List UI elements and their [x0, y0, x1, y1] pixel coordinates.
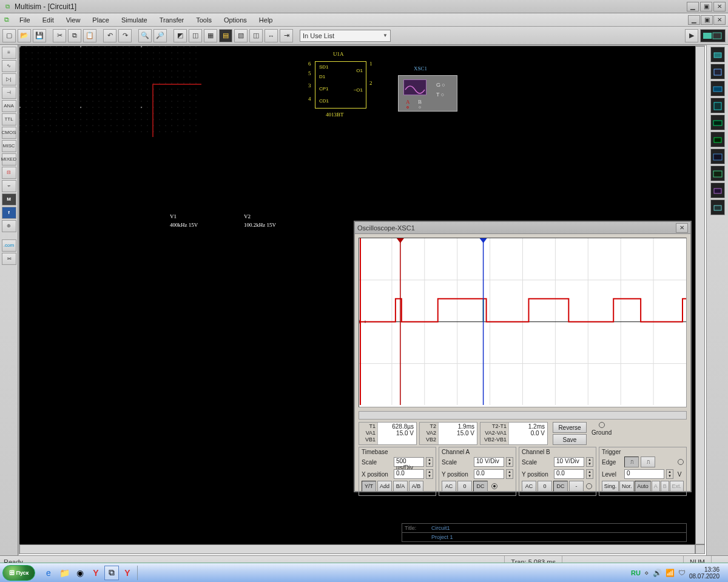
child-restore-button[interactable]: ▣: [701, 15, 713, 25]
lt-net[interactable]: ⊕: [2, 220, 16, 232]
close-button[interactable]: ✕: [713, 2, 726, 12]
tb-scale[interactable]: 500 µs/Div: [394, 457, 424, 467]
rt-10[interactable]: [710, 199, 725, 215]
save-button-osc[interactable]: Save: [553, 434, 587, 445]
vscrollbar[interactable]: [695, 46, 705, 544]
sim-toggle-button[interactable]: [700, 29, 726, 42]
rt-2[interactable]: [710, 64, 725, 79]
tb-7[interactable]: ↔: [265, 29, 278, 42]
lt-ana[interactable]: ANA: [2, 100, 16, 112]
lt-wave[interactable]: ∿: [2, 60, 16, 72]
restore-button[interactable]: ▣: [700, 2, 712, 12]
tb-2[interactable]: ◫: [189, 29, 202, 42]
lt-cmos[interactable]: CMOS: [2, 127, 16, 139]
trig-nor[interactable]: Nor.: [619, 481, 634, 492]
lt-source[interactable]: ≡: [2, 47, 16, 59]
menu-view[interactable]: View: [60, 15, 87, 25]
trig-level-spin[interactable]: ▲▼: [666, 469, 673, 479]
cha-scale-spin[interactable]: ▲▼: [506, 457, 513, 467]
ground-radio[interactable]: [599, 422, 605, 428]
lt-misc[interactable]: MISC: [2, 140, 16, 152]
lt-mixed[interactable]: MIXED: [2, 153, 16, 166]
yandex2-icon[interactable]: Y: [120, 566, 135, 580]
network-icon[interactable]: 📶: [666, 569, 675, 577]
rt-5[interactable]: [710, 115, 725, 130]
zoomout-button[interactable]: 🔎: [153, 29, 167, 42]
trig-ext[interactable]: Ext.: [670, 481, 684, 492]
tb-ba[interactable]: B/A: [393, 481, 408, 492]
osc-hscroll[interactable]: [359, 411, 687, 420]
new-button[interactable]: ▢: [2, 29, 16, 42]
osc-titlebar[interactable]: Oscilloscope-XSC1 ✕: [355, 222, 690, 234]
edge-rise[interactable]: ⎍: [624, 457, 639, 467]
cut-button[interactable]: ✂: [53, 29, 66, 42]
save-button[interactable]: 💾: [33, 29, 46, 42]
reverse-button[interactable]: Reverse: [553, 422, 587, 433]
chip-u1a[interactable]: SD1 D1 CP1 CD1 O1 ~O1: [315, 61, 366, 109]
trig-sing[interactable]: Sing.: [602, 481, 619, 492]
chb-scale-spin[interactable]: ▲▼: [586, 457, 593, 467]
cha-dc[interactable]: DC: [473, 481, 488, 492]
tb-xpos-spin[interactable]: ▲▼: [426, 469, 433, 479]
lt-trans[interactable]: ⊣: [2, 87, 16, 99]
menu-file[interactable]: File: [13, 15, 36, 25]
ie-icon[interactable]: e: [41, 566, 56, 580]
chb-minus[interactable]: -: [569, 481, 584, 492]
child-close-button[interactable]: ✕: [713, 15, 726, 25]
tb-xpos[interactable]: 0.0: [394, 469, 424, 479]
lt-conn[interactable]: ⫟: [2, 180, 16, 192]
rt-7[interactable]: [710, 149, 725, 164]
volume-icon[interactable]: 🔊: [653, 569, 662, 577]
multisim-task-icon[interactable]: ⧉: [104, 566, 119, 580]
trig-radio[interactable]: [678, 459, 684, 465]
chb-radio[interactable]: [586, 483, 592, 489]
lang-indicator[interactable]: RU: [631, 569, 641, 577]
zoomin-button[interactable]: 🔍: [138, 29, 152, 42]
cha-0[interactable]: 0: [457, 481, 472, 492]
rt-4[interactable]: [710, 98, 725, 113]
lt-com[interactable]: .com: [2, 239, 16, 252]
menu-tools[interactable]: Tools: [190, 15, 218, 25]
cha-scale[interactable]: 10 V/Div: [474, 457, 504, 467]
redo-button[interactable]: ↷: [118, 29, 132, 42]
rt-6[interactable]: [710, 132, 725, 147]
edge-fall[interactable]: ⎍: [641, 457, 655, 467]
tb-1[interactable]: ◩: [174, 29, 187, 42]
chb-ac[interactable]: AC: [522, 481, 536, 492]
tb-add[interactable]: Add: [377, 481, 392, 492]
trig-b[interactable]: B: [661, 481, 669, 492]
lt-f[interactable]: f: [2, 207, 16, 219]
lt-ind[interactable]: ⊟: [2, 167, 16, 179]
osc-close-button[interactable]: ✕: [676, 223, 688, 233]
tray-expand-icon[interactable]: ⋄: [644, 569, 649, 577]
trig-level[interactable]: 0: [624, 469, 664, 479]
hscrollbar[interactable]: [19, 544, 695, 554]
shield-icon[interactable]: 🛡: [678, 569, 686, 577]
osc-plot[interactable]: [359, 238, 687, 407]
lt-m[interactable]: M: [2, 193, 16, 206]
tb-4[interactable]: ▤: [219, 29, 232, 42]
paste-button[interactable]: 📋: [83, 29, 96, 42]
rt-1[interactable]: [710, 47, 725, 62]
chb-ypos[interactable]: 0.0: [554, 469, 584, 479]
lt-diode[interactable]: ▷|: [2, 73, 16, 85]
menu-simulate[interactable]: Simulate: [115, 15, 153, 25]
trig-a[interactable]: A: [652, 481, 660, 492]
trig-auto[interactable]: Auto: [635, 481, 650, 492]
lt-link[interactable]: ⫘: [2, 253, 16, 265]
tb-6[interactable]: ◫: [249, 29, 263, 42]
explorer-icon[interactable]: 📁: [57, 566, 72, 580]
rt-9[interactable]: [710, 182, 725, 198]
sys-icon[interactable]: ⧉: [1, 15, 12, 25]
undo-button[interactable]: ↶: [103, 29, 116, 42]
tb-8[interactable]: ⇥: [280, 29, 293, 42]
inuse-combo[interactable]: In Use List ▼: [300, 30, 391, 42]
cha-ypos-spin[interactable]: ▲▼: [506, 469, 513, 479]
tb-ab[interactable]: A/B: [409, 481, 423, 492]
sim-run-button[interactable]: ▶: [685, 29, 698, 42]
chb-dc[interactable]: DC: [553, 481, 568, 492]
minimize-button[interactable]: ▁: [687, 2, 699, 12]
chb-0[interactable]: 0: [538, 481, 552, 492]
menu-transfer[interactable]: Transfer: [153, 15, 190, 25]
cha-ypos[interactable]: 0.0: [474, 469, 504, 479]
